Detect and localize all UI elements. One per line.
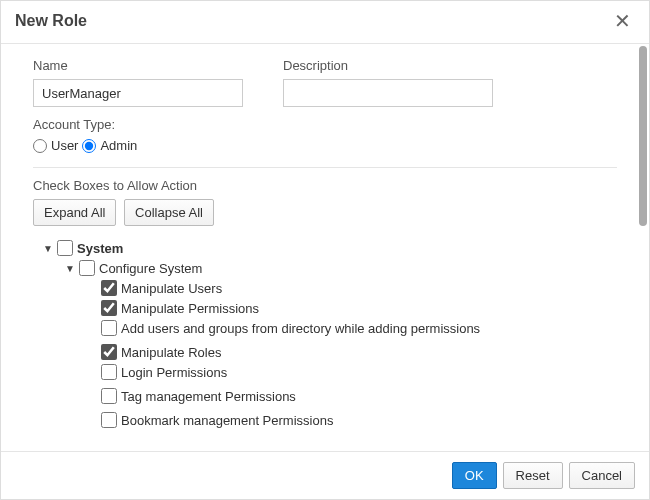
radio-admin-label: Admin [100, 138, 137, 153]
tree-node-manipulate-permissions: Manipulate Permissions [87, 300, 617, 316]
dialog-body: Name Description Account Type: User [1, 44, 649, 451]
ok-button[interactable]: OK [452, 462, 497, 489]
tree-node-bookmark-mgmt: Bookmark management Permissions [87, 412, 617, 428]
name-input[interactable] [33, 79, 243, 107]
name-label: Name [33, 58, 243, 73]
checkbox-bookmark-mgmt[interactable] [101, 412, 117, 428]
checkbox-login-permissions[interactable] [101, 364, 117, 380]
node-label: Add users and groups from directory whil… [121, 321, 480, 336]
checkbox-manipulate-permissions[interactable] [101, 300, 117, 316]
checkbox-tag-mgmt[interactable] [101, 388, 117, 404]
checkbox-system[interactable] [57, 240, 73, 256]
scrollbar-thumb[interactable] [639, 46, 647, 226]
radio-user-label: User [51, 138, 78, 153]
tree-node-configure-system: ▼ Configure System Ma [65, 260, 617, 428]
account-type-radios: User Admin [33, 138, 617, 153]
account-type-label: Account Type: [33, 117, 617, 132]
scrollbar-track[interactable] [637, 44, 649, 451]
node-label: Login Permissions [121, 365, 227, 380]
permissions-tree: ▼ System ▼ Configure System [21, 240, 617, 428]
radio-user-input[interactable] [33, 139, 47, 153]
node-label-system: System [77, 241, 123, 256]
radio-user[interactable]: User [33, 138, 78, 153]
expand-all-button[interactable]: Expand All [33, 199, 116, 226]
tree-node-tag-mgmt: Tag management Permissions [87, 388, 617, 404]
radio-admin-input[interactable] [82, 139, 96, 153]
node-label: Tag management Permissions [121, 389, 296, 404]
collapse-all-button[interactable]: Collapse All [124, 199, 214, 226]
checkbox-configure-system[interactable] [79, 260, 95, 276]
tree-node-manipulate-users: Manipulate Users [87, 280, 617, 296]
twisty-icon[interactable]: ▼ [65, 263, 77, 274]
account-type-group: Account Type: User Admin [33, 117, 617, 153]
node-label: Manipulate Roles [121, 345, 221, 360]
reset-button[interactable]: Reset [503, 462, 563, 489]
dialog-titlebar: New Role ✕ [1, 1, 649, 44]
cancel-button[interactable]: Cancel [569, 462, 635, 489]
radio-admin[interactable]: Admin [82, 138, 137, 153]
node-label: Manipulate Users [121, 281, 222, 296]
form-row: Name Description [33, 58, 617, 107]
tree-node-manipulate-roles: Manipulate Roles [87, 344, 617, 360]
tree-node-add-users-groups: Add users and groups from directory whil… [87, 320, 617, 336]
twisty-icon[interactable]: ▼ [43, 243, 55, 254]
description-label: Description [283, 58, 493, 73]
separator [33, 167, 617, 168]
dialog-title: New Role [15, 12, 87, 30]
close-icon[interactable]: ✕ [610, 11, 635, 31]
checkbox-add-users-groups[interactable] [101, 320, 117, 336]
node-label: Bookmark management Permissions [121, 413, 333, 428]
node-label-configure-system: Configure System [99, 261, 202, 276]
node-label: Manipulate Permissions [121, 301, 259, 316]
new-role-dialog: New Role ✕ Name Description Account Type… [0, 0, 650, 500]
tree-button-row: Expand All Collapse All [33, 199, 617, 226]
allow-action-label: Check Boxes to Allow Action [33, 178, 617, 193]
description-field: Description [283, 58, 493, 107]
tree-node-login-permissions: Login Permissions [87, 364, 617, 380]
name-field: Name [33, 58, 243, 107]
dialog-footer: OK Reset Cancel [1, 451, 649, 499]
description-input[interactable] [283, 79, 493, 107]
checkbox-manipulate-users[interactable] [101, 280, 117, 296]
scroll-area: Name Description Account Type: User [1, 44, 637, 451]
tree-node-system: ▼ System ▼ Configure System [43, 240, 617, 428]
checkbox-manipulate-roles[interactable] [101, 344, 117, 360]
